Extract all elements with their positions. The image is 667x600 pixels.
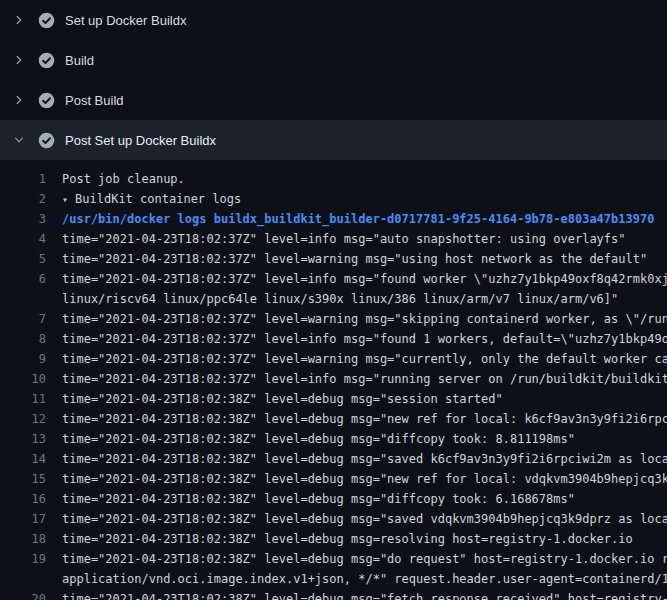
actions-log-viewer: Set up Docker Buildx Build Post Build Po… [0,0,667,600]
log-text: time="2021-04-23T18:02:37Z" level=info m… [62,369,667,389]
line-number-link[interactable]: 8 [0,329,62,349]
line-number-link[interactable]: 10 [0,369,62,389]
step-set-up-docker-buildx[interactable]: Set up Docker Buildx [0,0,667,40]
log-row: 3/usr/bin/docker logs buildx_buildkit_bu… [0,209,667,229]
log-text: time="2021-04-23T18:02:38Z" level=debug … [62,429,667,449]
log-text: time="2021-04-23T18:02:37Z" level=warnin… [62,349,667,369]
log-row: 5time="2021-04-23T18:02:37Z" level=warni… [0,249,667,269]
line-number-link[interactable]: 6 [0,269,62,289]
chevron-right-icon[interactable] [13,14,25,26]
log-row: linux/riscv64 linux/ppc64le linux/s390x … [0,289,667,309]
log-text: time="2021-04-23T18:02:38Z" level=debug … [62,529,667,549]
log-text: time="2021-04-23T18:02:37Z" level=info m… [62,229,667,249]
line-number-link[interactable]: 13 [0,429,62,449]
log-text: Post job cleanup. [62,169,667,189]
log-row: 7time="2021-04-23T18:02:37Z" level=warni… [0,309,667,329]
chevron-right-icon[interactable] [13,94,25,106]
log-row: 1Post job cleanup. [0,169,667,189]
log-row: 6time="2021-04-23T18:02:37Z" level=info … [0,269,667,289]
line-number-link[interactable]: 5 [0,249,62,269]
step-label: Post Set up Docker Buildx [65,133,216,148]
group-caret-down-icon[interactable]: ▾ [62,190,68,209]
line-number-link[interactable]: 20 [0,589,62,600]
line-number-link[interactable]: 14 [0,449,62,469]
log-row: 20time="2021-04-23T18:02:38Z" level=debu… [0,589,667,600]
log-row: 16time="2021-04-23T18:02:38Z" level=debu… [0,489,667,509]
log-command-text: /usr/bin/docker logs buildx_buildkit_bui… [62,209,667,229]
log-text: time="2021-04-23T18:02:38Z" level=debug … [62,489,667,509]
log-row: application/vnd.oci.image.index.v1+json,… [0,569,667,589]
line-number-link[interactable]: 4 [0,229,62,249]
line-number-link[interactable]: 1 [0,169,62,189]
line-number-link[interactable]: 18 [0,529,62,549]
log-lines: 1Post job cleanup.2▾BuildKit container l… [0,169,667,600]
log-text: time="2021-04-23T18:02:38Z" level=debug … [62,509,667,529]
line-number-link[interactable]: 7 [0,309,62,329]
log-text: time="2021-04-23T18:02:38Z" level=debug … [62,549,667,569]
log-row: 14time="2021-04-23T18:02:38Z" level=debu… [0,449,667,469]
chevron-right-icon[interactable] [13,54,25,66]
log-area: 1Post job cleanup.2▾BuildKit container l… [0,160,667,600]
check-circle-icon [38,12,55,29]
check-circle-icon [38,92,55,109]
log-row: 12time="2021-04-23T18:02:38Z" level=debu… [0,409,667,429]
log-text: time="2021-04-23T18:02:38Z" level=debug … [62,409,667,429]
log-text: linux/riscv64 linux/ppc64le linux/s390x … [62,289,667,309]
chevron-down-icon[interactable] [13,134,25,146]
line-number-link[interactable]: 17 [0,509,62,529]
log-text: time="2021-04-23T18:02:38Z" level=debug … [62,389,667,409]
log-text: time="2021-04-23T18:02:37Z" level=info m… [62,329,667,349]
log-text: time="2021-04-23T18:02:38Z" level=debug … [62,449,667,469]
log-row: 2▾BuildKit container logs [0,189,667,209]
group-title[interactable]: BuildKit container logs [75,192,241,206]
line-number-link[interactable]: 12 [0,409,62,429]
line-number-link[interactable]: 3 [0,209,62,229]
log-text: time="2021-04-23T18:02:38Z" level=debug … [62,469,667,489]
line-number-link [0,289,62,309]
step-post-set-up-docker-buildx[interactable]: Post Set up Docker Buildx [0,120,667,160]
log-text: ▾BuildKit container logs [62,189,667,209]
log-text: time="2021-04-23T18:02:37Z" level=info m… [62,269,667,289]
step-label: Post Build [65,93,124,108]
log-text: time="2021-04-23T18:02:37Z" level=warnin… [62,309,667,329]
line-number-link[interactable]: 19 [0,549,62,569]
log-text: time="2021-04-23T18:02:38Z" level=debug … [62,589,667,600]
log-row: 8time="2021-04-23T18:02:37Z" level=info … [0,329,667,349]
line-number-link[interactable]: 11 [0,389,62,409]
step-label: Build [65,53,94,68]
log-row: 4time="2021-04-23T18:02:37Z" level=info … [0,229,667,249]
check-circle-icon [38,52,55,69]
line-number-link [0,569,62,589]
log-text: application/vnd.oci.image.index.v1+json,… [62,569,667,589]
check-circle-icon [38,132,55,149]
log-row: 13time="2021-04-23T18:02:38Z" level=debu… [0,429,667,449]
log-row: 11time="2021-04-23T18:02:38Z" level=debu… [0,389,667,409]
log-row: 18time="2021-04-23T18:02:38Z" level=debu… [0,529,667,549]
log-row: 9time="2021-04-23T18:02:37Z" level=warni… [0,349,667,369]
line-number-link[interactable]: 16 [0,489,62,509]
log-row: 19time="2021-04-23T18:02:38Z" level=debu… [0,549,667,569]
log-row: 15time="2021-04-23T18:02:38Z" level=debu… [0,469,667,489]
log-row: 17time="2021-04-23T18:02:38Z" level=debu… [0,509,667,529]
line-number-link[interactable]: 9 [0,349,62,369]
step-post-build[interactable]: Post Build [0,80,667,120]
log-text: time="2021-04-23T18:02:37Z" level=warnin… [62,249,667,269]
log-row: 10time="2021-04-23T18:02:37Z" level=info… [0,369,667,389]
line-number-link[interactable]: 2 [0,189,62,209]
line-number-link[interactable]: 15 [0,469,62,489]
step-label: Set up Docker Buildx [65,13,186,28]
step-build[interactable]: Build [0,40,667,80]
